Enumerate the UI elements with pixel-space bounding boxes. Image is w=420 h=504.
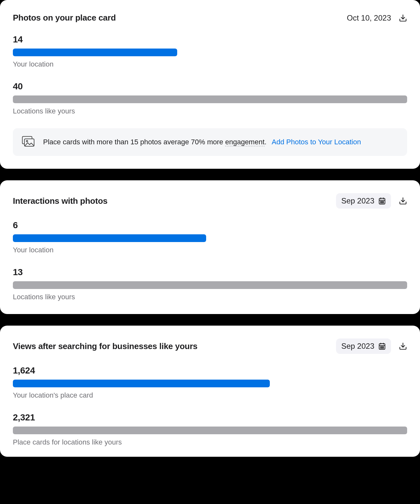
tip-engagement-term: engagement: [225, 138, 264, 146]
svg-point-9: [382, 201, 382, 202]
metric-value: 40: [13, 81, 407, 92]
card-interactions-with-photos: Interactions with photos Sep 2023 6 Your…: [0, 180, 420, 314]
svg-point-21: [383, 346, 384, 347]
card-header: Photos on your place card Oct 10, 2023: [13, 13, 407, 23]
download-button[interactable]: [399, 14, 407, 22]
metric-locations-like-yours: 13 Locations like yours: [13, 267, 407, 301]
download-icon: [399, 14, 407, 22]
tip-text-after: .: [265, 138, 267, 146]
add-photos-link[interactable]: Add Photos to Your Location: [272, 138, 361, 146]
card-header-right: Sep 2023: [336, 338, 407, 354]
date-range-label: Sep 2023: [341, 196, 374, 205]
metric-locations-like-yours: 40 Locations like yours: [13, 81, 407, 115]
card-header-right: Oct 10, 2023: [347, 14, 407, 22]
metric-value: 14: [13, 34, 407, 45]
photos-icon: [22, 136, 35, 148]
download-button[interactable]: [399, 342, 407, 350]
bar-track: [13, 427, 407, 434]
bar-track: [13, 234, 206, 242]
metric-value: 2,321: [13, 412, 407, 423]
svg-point-8: [380, 201, 381, 202]
metric-your-place-card: 1,624 Your location's place card: [13, 365, 407, 400]
tip-text-before: Place cards with more than 15 photos ave…: [43, 138, 225, 146]
download-button[interactable]: [399, 197, 407, 205]
card-title: Photos on your place card: [13, 13, 116, 23]
calendar-icon: [378, 197, 386, 205]
svg-point-19: [380, 346, 381, 347]
metric-caption: Locations like yours: [13, 293, 407, 301]
card-title: Interactions with photos: [13, 196, 107, 206]
card-header: Views after searching for businesses lik…: [13, 338, 407, 354]
metric-your-location: 14 Your location: [13, 34, 407, 68]
bar-track: [13, 380, 270, 387]
metric-caption: Your location: [13, 246, 407, 254]
download-icon: [399, 342, 407, 350]
svg-point-23: [382, 348, 382, 348]
bar-fill: [13, 281, 407, 289]
bar-fill: [13, 49, 177, 56]
date-label: Oct 10, 2023: [347, 14, 391, 22]
svg-point-11: [380, 203, 381, 203]
tip-text: Place cards with more than 15 photos ave…: [43, 137, 361, 147]
metric-your-location: 6 Your location: [13, 220, 407, 254]
svg-point-10: [383, 201, 384, 202]
date-range-button[interactable]: Sep 2023: [336, 338, 391, 354]
svg-point-22: [380, 348, 381, 348]
metric-value: 13: [13, 267, 407, 277]
metric-locations-like-yours: 2,321 Place cards for locations like you…: [13, 412, 407, 446]
calendar-icon: [378, 342, 386, 350]
card-views-after-searching: Views after searching for businesses lik…: [0, 326, 420, 457]
svg-point-20: [382, 346, 382, 347]
metric-value: 1,624: [13, 365, 407, 376]
bar-track: [13, 95, 407, 103]
card-header-right: Sep 2023: [336, 193, 407, 209]
bar-track: [13, 281, 407, 289]
svg-point-12: [382, 203, 382, 203]
date-range-button[interactable]: Sep 2023: [336, 193, 391, 209]
metric-caption: Locations like yours: [13, 107, 407, 115]
metric-caption: Place cards for locations like yours: [13, 438, 407, 446]
bar-fill: [13, 95, 407, 103]
metric-caption: Your location's place card: [13, 391, 407, 400]
svg-point-24: [383, 348, 384, 348]
card-title: Views after searching for businesses lik…: [13, 341, 197, 351]
card-header: Interactions with photos Sep 2023: [13, 193, 407, 209]
bar-track: [13, 49, 177, 56]
download-icon: [399, 197, 407, 205]
metric-caption: Your location: [13, 60, 407, 68]
metric-value: 6: [13, 220, 407, 230]
bar-fill: [13, 427, 407, 434]
card-photos-on-place-card: Photos on your place card Oct 10, 2023 1…: [0, 0, 420, 169]
bar-fill: [13, 380, 270, 387]
svg-point-13: [383, 203, 384, 203]
tip-panel: Place cards with more than 15 photos ave…: [13, 128, 407, 156]
date-range-label: Sep 2023: [341, 342, 374, 351]
bar-fill: [13, 234, 206, 242]
